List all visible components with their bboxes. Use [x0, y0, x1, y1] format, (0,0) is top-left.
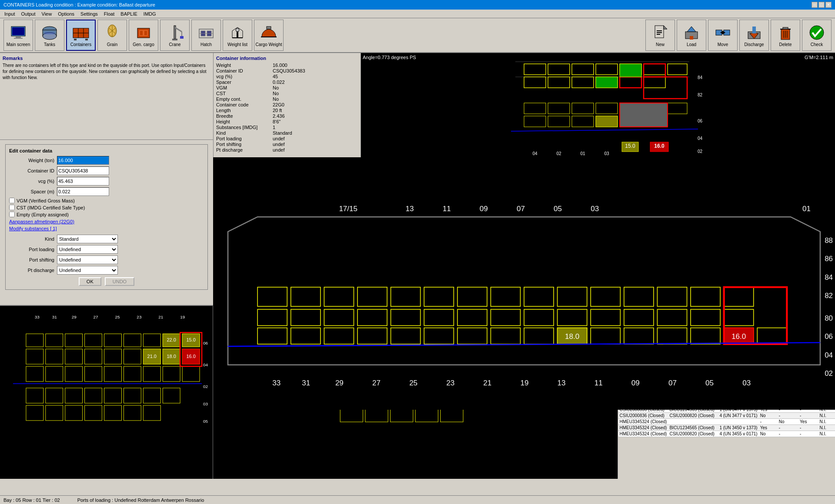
move-label: Move: [718, 42, 728, 47]
weight-list-button[interactable]: Weight list: [223, 20, 252, 51]
svg-rect-13: [85, 39, 88, 40]
weight-input[interactable]: [57, 156, 109, 165]
remarks-title: Remarks: [3, 56, 210, 61]
svg-text:03: 03: [203, 401, 208, 406]
cell-load-ref2: CSIU2000820 (Closed): [668, 413, 718, 419]
svg-rect-12: [74, 39, 77, 40]
port-loading-select[interactable]: Undefined: [57, 245, 118, 254]
discharge-label: Discharge: [744, 42, 764, 47]
svg-point-60: [810, 26, 824, 40]
svg-text:21: 21: [158, 315, 164, 319]
crane-button[interactable]: Crane: [160, 20, 190, 51]
modify-substances-link[interactable]: Modify substances [ 1]: [9, 226, 57, 231]
menu-settings[interactable]: Settings: [78, 10, 100, 17]
tanks-button[interactable]: Tanks: [35, 20, 64, 51]
ci-kind: KindStandard: [216, 130, 358, 136]
minimize-button[interactable]: ─: [812, 2, 818, 8]
cell-seg-ok: No: [759, 413, 778, 419]
discharge-button[interactable]: Discharge: [739, 20, 769, 51]
grain-button[interactable]: Grain: [97, 20, 127, 51]
grain-icon: [104, 24, 121, 41]
window-controls[interactable]: ─ □ ✕: [812, 2, 832, 8]
ci-port-loading: Port loadingundef: [216, 136, 358, 141]
check-icon: [808, 24, 825, 41]
cargo-weight-button[interactable]: Cargo Weight: [254, 20, 284, 51]
move-button[interactable]: Move: [708, 20, 738, 51]
hatch-button[interactable]: Hatch: [191, 20, 221, 51]
ci-height: Height8'6": [216, 119, 358, 124]
crane-icon: [166, 24, 184, 41]
container-info-title: Container information: [216, 56, 358, 61]
menu-output[interactable]: Output: [18, 10, 38, 17]
svg-text:13: 13: [558, 379, 566, 387]
hatch-label: Hatch: [200, 42, 212, 47]
ship-side-view: Angle=0.773 degrees PS G'M=2.111 m 84 82…: [361, 53, 835, 157]
menu-float[interactable]: Float: [101, 10, 117, 17]
pt-discharge-select[interactable]: Undefined: [57, 266, 118, 275]
ci-length: Length20 ft: [216, 108, 358, 113]
angle-display: Angle=0.773 degrees PS: [363, 55, 416, 60]
svg-text:05: 05: [554, 205, 562, 213]
maximize-button[interactable]: □: [818, 2, 825, 8]
status-bar: Bay : 05 Row : 01 Tier : 02 Ports of loa…: [0, 495, 835, 504]
ci-port-shifting: Port shiftingundef: [216, 142, 358, 147]
svg-text:01: 01: [580, 151, 585, 156]
imdg-row[interactable]: HMEU3345324 (Closed) - No Yes N.I.: [618, 419, 835, 425]
ports-loading: Ports of loading : Undefined Rotterdam A…: [77, 497, 204, 503]
ship-svg: 84 82 06 04 02: [361, 53, 835, 157]
svg-rect-85: [620, 64, 641, 77]
check-button[interactable]: Check: [802, 20, 832, 51]
ci-breedte: Breedte2.436: [216, 113, 358, 119]
svg-text:21: 21: [483, 379, 491, 387]
svg-text:02: 02: [203, 384, 208, 389]
menu-options[interactable]: Options: [55, 10, 77, 17]
gen-cargo-button[interactable]: Gen. cargo: [129, 20, 158, 51]
ci-code: Container code22G0: [216, 102, 358, 107]
menu-imdg[interactable]: IMDG: [141, 10, 159, 17]
vgm-checkbox[interactable]: [9, 198, 15, 203]
spacer-input[interactable]: [57, 187, 109, 196]
svg-rect-22: [144, 31, 147, 35]
menu-baplie[interactable]: BAPLIE: [118, 10, 140, 17]
container-id-label: Container ID: [9, 168, 57, 173]
vcg-label: vcg (%): [9, 179, 57, 184]
container-id-input[interactable]: [57, 166, 109, 175]
svg-text:15.0: 15.0: [186, 337, 195, 342]
kind-select[interactable]: Standard: [57, 235, 118, 243]
weight-row: Weight (ton): [9, 156, 204, 165]
main-screen-button[interactable]: Main screen: [3, 20, 33, 51]
svg-text:80: 80: [825, 314, 833, 322]
imdg-row[interactable]: HMEU3345324 (Closed) CSIU2000820 (Closed…: [618, 431, 835, 437]
imdg-row[interactable]: HMEU3345324 (Closed) BICU1234565 (Closed…: [618, 425, 835, 431]
delete-button[interactable]: Delete: [771, 20, 800, 51]
cell-seg-ok: Yes: [759, 425, 778, 431]
cell-stow-ok: -: [778, 413, 798, 419]
vcg-input[interactable]: [57, 177, 109, 186]
containers-button[interactable]: Containers: [66, 20, 96, 51]
svg-rect-86: [596, 77, 618, 88]
undo-button[interactable]: UNDO: [105, 277, 134, 286]
port-shifting-select[interactable]: Undefined: [57, 255, 118, 264]
menu-input[interactable]: Input: [2, 10, 17, 17]
form-buttons: OK UNDO: [9, 277, 204, 286]
close-button[interactable]: ✕: [825, 2, 832, 8]
right-toolbar: New Load Move: [645, 20, 832, 51]
load-button[interactable]: Load: [677, 20, 706, 51]
adjust-dimensions-link[interactable]: Aanpassen afmetingen (22G0): [9, 219, 74, 224]
left-upper-panel: Remarks There are no containers left of …: [0, 53, 213, 305]
weight-list-icon: [229, 24, 246, 41]
svg-text:05: 05: [705, 379, 714, 387]
svg-rect-44: [690, 36, 693, 40]
imdg-row[interactable]: CSIU2000836 (Closed) CSIU2000820 (Closed…: [618, 413, 835, 419]
new-button[interactable]: New: [645, 20, 675, 51]
cst-checkbox[interactable]: [9, 205, 15, 210]
menu-view[interactable]: View: [39, 10, 55, 17]
cst-row: CST (IMDG Certified Safe Type): [9, 205, 204, 210]
ok-button[interactable]: OK: [79, 277, 101, 286]
empty-checkbox[interactable]: [9, 212, 15, 217]
svg-rect-102: [596, 116, 618, 127]
cell-stow-ok: -: [778, 425, 798, 431]
delete-icon: [777, 24, 794, 41]
svg-text:06: 06: [203, 341, 208, 345]
tanks-icon: [41, 24, 58, 41]
